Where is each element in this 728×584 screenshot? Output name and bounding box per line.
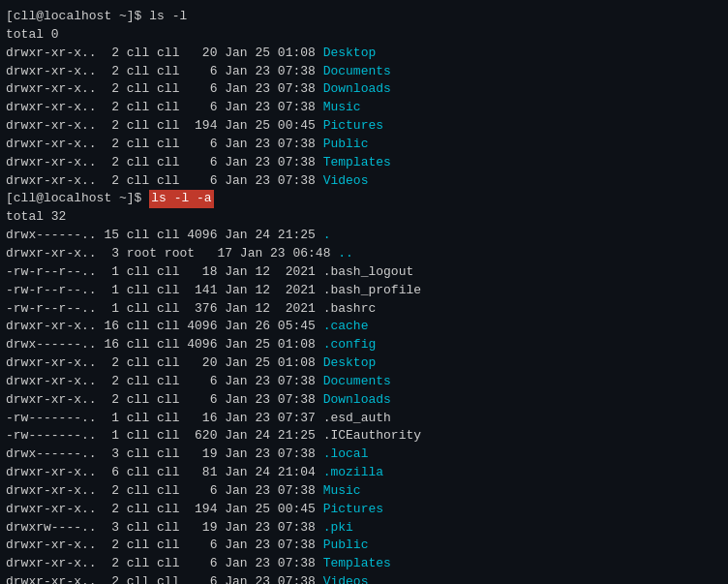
entry-name: .bash_profile [323, 282, 421, 300]
entry-meta: drwxr-xr-x.. 2 cll cll 6 Jan 23 07:38 [6, 391, 323, 410]
terminal-line: drwxr-xr-x.. 2 cll cll 6 Jan 23 07:38 Te… [6, 154, 722, 172]
terminal-line: drwx------.. 15 cll cll 4096 Jan 24 21:2… [6, 227, 722, 245]
entry-name: Desktop [323, 45, 377, 63]
terminal-line: -rw-r--r--.. 1 cll cll 141 Jan 12 2021 .… [6, 282, 722, 300]
terminal-line: drwxr-xr-x.. 2 cll cll 6 Jan 23 07:38 Vi… [6, 172, 722, 191]
entry-meta: drwxr-xr-x.. 2 cll cll 20 Jan 25 01:08 [6, 45, 323, 63]
entry-name: .local [323, 446, 369, 464]
entry-name: .. [338, 245, 353, 263]
entry-meta: drwxr-xr-x.. 3 root root 17 Jan 23 06:48 [6, 245, 338, 263]
terminal-line: drwxr-xr-x.. 6 cll cll 81 Jan 24 21:04 .… [6, 464, 722, 482]
entry-name: .bashrc [323, 300, 377, 319]
terminal-line: drwx------.. 3 cll cll 19 Jan 23 07:38 .… [6, 446, 722, 464]
entry-meta: drwx------.. 16 cll cll 4096 Jan 25 01:0… [6, 336, 323, 354]
entry-name: .config [323, 336, 377, 354]
terminal-line: drwxr-xr-x.. 2 cll cll 6 Jan 23 07:38 Pu… [6, 136, 722, 154]
terminal-line: drwxr-xr-x.. 2 cll cll 20 Jan 25 01:08 D… [6, 45, 722, 63]
entry-name: Public [323, 136, 369, 154]
terminal-line: drwxr-xr-x.. 2 cll cll 194 Jan 25 00:45 … [6, 117, 722, 136]
terminal-line: -rw-------.. 1 cll cll 16 Jan 23 07:37 .… [6, 410, 722, 428]
entry-meta: drwx------.. 3 cll cll 19 Jan 23 07:38 [6, 446, 323, 464]
entry-meta: drwxrw----.. 3 cll cll 19 Jan 23 07:38 [6, 519, 323, 538]
highlighted-command: ls -l -a [149, 190, 213, 208]
entry-meta: drwxr-xr-x.. 2 cll cll 6 Jan 23 07:38 [6, 136, 323, 154]
entry-meta: drwx------.. 15 cll cll 4096 Jan 24 21:2… [6, 227, 323, 245]
terminal-line: drwxr-xr-x.. 2 cll cll 6 Jan 23 07:38 Do… [6, 391, 722, 410]
terminal: [cll@localhost ~]$ ls -ltotal 0drwxr-xr-… [0, 0, 728, 584]
entry-meta: -rw-------.. 1 cll cll 620 Jan 24 21:25 [6, 427, 323, 446]
entry-meta: -rw-r--r--.. 1 cll cll 141 Jan 12 2021 [6, 282, 323, 300]
entry-name: Templates [323, 555, 391, 573]
entry-name: Downloads [323, 80, 391, 99]
entry-name: .cache [323, 318, 369, 336]
terminal-line: total 32 [6, 208, 722, 227]
entry-meta: drwxr-xr-x.. 2 cll cll 6 Jan 23 07:38 [6, 154, 323, 172]
entry-name: Templates [323, 154, 391, 172]
entry-name: .esd_auth [323, 410, 391, 428]
terminal-line: drwxr-xr-x.. 2 cll cll 6 Jan 23 07:38 Te… [6, 555, 722, 573]
entry-name: .bash_logout [323, 263, 414, 282]
prompt-text: [cll@localhost ~]$ ls -l [6, 8, 187, 26]
terminal-line: drwxrw----.. 3 cll cll 19 Jan 23 07:38 .… [6, 519, 722, 538]
terminal-line: -rw-r--r--.. 1 cll cll 376 Jan 12 2021 .… [6, 300, 722, 319]
terminal-line: drwxr-xr-x.. 2 cll cll 20 Jan 25 01:08 D… [6, 354, 722, 373]
entry-name: Desktop [323, 354, 377, 373]
entry-meta: drwxr-xr-x.. 2 cll cll 6 Jan 23 07:38 [6, 555, 323, 573]
terminal-line: total 0 [6, 26, 722, 45]
terminal-line: drwxr-xr-x.. 16 cll cll 4096 Jan 26 05:4… [6, 318, 722, 336]
terminal-line: drwxr-xr-x.. 2 cll cll 6 Jan 23 07:38 Do… [6, 80, 722, 99]
terminal-line: [cll@localhost ~]$ ls -l -a [6, 190, 722, 208]
entry-name: Public [323, 537, 369, 555]
terminal-line: drwxr-xr-x.. 2 cll cll 6 Jan 23 07:38 Mu… [6, 99, 722, 117]
entry-meta: drwxr-xr-x.. 2 cll cll 6 Jan 23 07:38 [6, 373, 323, 391]
entry-meta: -rw-------.. 1 cll cll 16 Jan 23 07:37 [6, 410, 323, 428]
entry-meta: drwxr-xr-x.. 6 cll cll 81 Jan 24 21:04 [6, 464, 323, 482]
entry-meta: drwxr-xr-x.. 2 cll cll 6 Jan 23 07:38 [6, 482, 323, 501]
entry-meta: drwxr-xr-x.. 2 cll cll 6 Jan 23 07:38 [6, 63, 323, 81]
entry-meta: drwxr-xr-x.. 2 cll cll 20 Jan 25 01:08 [6, 354, 323, 373]
entry-name: . [323, 227, 331, 245]
terminal-line: drwxr-xr-x.. 2 cll cll 6 Jan 23 07:38 Vi… [6, 573, 722, 584]
terminal-line: [cll@localhost ~]$ ls -l [6, 8, 722, 26]
entry-name: .mozilla [323, 464, 383, 482]
entry-meta: drwxr-xr-x.. 16 cll cll 4096 Jan 26 05:4… [6, 318, 323, 336]
entry-name: Pictures [323, 117, 383, 136]
entry-meta: drwxr-xr-x.. 2 cll cll 6 Jan 23 07:38 [6, 537, 323, 555]
entry-meta: drwxr-xr-x.. 2 cll cll 194 Jan 25 00:45 [6, 501, 323, 519]
entry-meta: drwxr-xr-x.. 2 cll cll 194 Jan 25 00:45 [6, 117, 323, 136]
terminal-line: drwxr-xr-x.. 2 cll cll 6 Jan 23 07:38 Mu… [6, 482, 722, 501]
entry-name: Music [323, 482, 361, 501]
terminal-line: drwxr-xr-x.. 2 cll cll 194 Jan 25 00:45 … [6, 501, 722, 519]
entry-meta: drwxr-xr-x.. 2 cll cll 6 Jan 23 07:38 [6, 172, 323, 191]
entry-name: Documents [323, 63, 391, 81]
entry-name: Music [323, 99, 361, 117]
terminal-line: drwxr-xr-x.. 2 cll cll 6 Jan 23 07:38 Do… [6, 63, 722, 81]
entry-meta: drwxr-xr-x.. 2 cll cll 6 Jan 23 07:38 [6, 80, 323, 99]
entry-name: Documents [323, 373, 391, 391]
entry-meta: -rw-r--r--.. 1 cll cll 376 Jan 12 2021 [6, 300, 323, 319]
entry-meta: -rw-r--r--.. 1 cll cll 18 Jan 12 2021 [6, 263, 323, 282]
terminal-line: -rw-------.. 1 cll cll 620 Jan 24 21:25 … [6, 427, 722, 446]
entry-name: .pki [323, 519, 353, 538]
entry-name: Pictures [323, 501, 383, 519]
terminal-line: drwxr-xr-x.. 3 root root 17 Jan 23 06:48… [6, 245, 722, 263]
entry-meta: drwxr-xr-x.. 2 cll cll 6 Jan 23 07:38 [6, 99, 323, 117]
entry-meta: drwxr-xr-x.. 2 cll cll 6 Jan 23 07:38 [6, 573, 323, 584]
terminal-line: drwxr-xr-x.. 2 cll cll 6 Jan 23 07:38 Do… [6, 373, 722, 391]
entry-name: .ICEauthority [323, 427, 421, 446]
output-text: total 0 [6, 26, 59, 45]
terminal-line: -rw-r--r--.. 1 cll cll 18 Jan 12 2021 .b… [6, 263, 722, 282]
terminal-line: drwxr-xr-x.. 2 cll cll 6 Jan 23 07:38 Pu… [6, 537, 722, 555]
prompt-before: [cll@localhost ~]$ [6, 190, 149, 208]
terminal-line: drwx------.. 16 cll cll 4096 Jan 25 01:0… [6, 336, 722, 354]
entry-name: Videos [323, 172, 369, 191]
entry-name: Downloads [323, 391, 391, 410]
output-text: total 32 [6, 208, 66, 227]
entry-name: Videos [323, 573, 369, 584]
